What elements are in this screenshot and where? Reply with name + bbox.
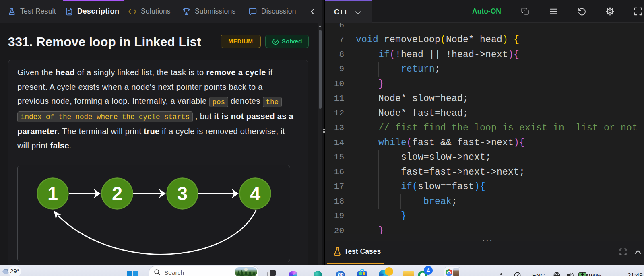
svg-text:4: 4 [250,183,260,204]
svg-text:3: 3 [177,183,188,204]
svg-text:1: 1 [47,183,58,204]
svg-text:2: 2 [112,183,122,204]
